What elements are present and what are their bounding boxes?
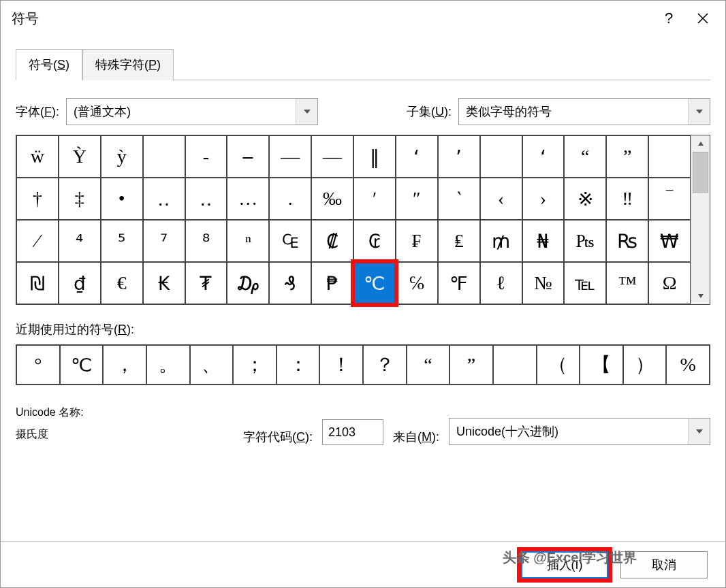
symbol-cell[interactable]: … <box>227 178 269 220</box>
symbol-cell[interactable]: “ <box>564 135 606 178</box>
symbol-cell[interactable]: ʼ <box>438 135 480 178</box>
symbol-cell[interactable]: ℡ <box>564 262 606 304</box>
symbol-cell[interactable]: ₢ <box>353 220 396 262</box>
symbol-cell[interactable]: ₫ <box>59 262 101 304</box>
scroll-track[interactable] <box>691 152 710 288</box>
subset-combo-button[interactable] <box>688 99 710 125</box>
symbol-cell[interactable]: ⁴ <box>59 220 101 262</box>
font-combo[interactable]: (普通文本) <box>66 98 318 125</box>
symbol-cell[interactable]: ‡ <box>59 178 101 220</box>
symbol-cell[interactable]: ‼ <box>606 178 648 220</box>
recent-symbol-cell[interactable]: ， <box>103 345 146 385</box>
symbol-cell[interactable]: ₩ <box>648 220 691 262</box>
from-combo-button[interactable] <box>688 419 710 444</box>
symbol-cell[interactable]: ‒ <box>227 135 269 178</box>
recent-symbol-cell[interactable]: ° <box>16 345 60 385</box>
recent-symbol-cell[interactable]: ℃ <box>60 345 104 385</box>
symbol-cell[interactable]: ‹ <box>480 178 522 220</box>
symbol-cell[interactable] <box>480 135 522 178</box>
insert-button[interactable]: 插入(I) <box>521 551 608 578</box>
close-button[interactable] <box>686 2 720 35</box>
symbol-cell[interactable]: ℃ <box>353 262 396 304</box>
symbol-cell[interactable]: ₰ <box>269 262 311 304</box>
symbol-cell[interactable]: ※ <box>564 178 606 220</box>
symbol-cell[interactable]: ₧ <box>564 220 606 262</box>
symbol-cell[interactable] <box>143 135 185 178</box>
symbol-cell[interactable]: ⁿ <box>227 220 269 262</box>
symbol-cell[interactable]: ₨ <box>606 220 648 262</box>
symbol-cell[interactable]: ‾ <box>648 178 691 220</box>
recent-symbol-cell[interactable]: ！ <box>319 345 363 385</box>
scroll-thumb[interactable] <box>693 152 708 193</box>
symbol-cell[interactable]: ″ <box>396 178 438 220</box>
symbol-cell[interactable]: ₪ <box>16 262 59 304</box>
symbol-cell[interactable]: • <box>101 178 143 220</box>
symbol-cell[interactable]: ʻ <box>396 135 438 178</box>
symbol-cell[interactable]: — <box>269 135 311 178</box>
symbol-cell[interactable]: ′ <box>353 178 396 220</box>
scroll-down-button[interactable] <box>691 288 710 304</box>
symbol-cell[interactable]: † <box>16 178 59 220</box>
grid-scrollbar[interactable] <box>691 135 710 304</box>
symbol-cell[interactable]: ẅ <box>16 135 59 178</box>
symbol-cell[interactable]: ‥ <box>143 178 185 220</box>
symbol-cell[interactable]: ₣ <box>396 220 438 262</box>
recent-symbol-cell[interactable]: ； <box>233 345 277 385</box>
symbol-cell[interactable]: ℉ <box>438 262 480 304</box>
symbol-cell[interactable]: ₠ <box>269 220 311 262</box>
cancel-button[interactable]: 取消 <box>620 551 708 578</box>
symbol-cell[interactable]: ℓ <box>480 262 522 304</box>
char-code-input[interactable] <box>322 419 383 445</box>
symbol-cell[interactable]: › <box>522 178 565 220</box>
recent-symbol-cell[interactable]: ” <box>449 345 493 385</box>
close-icon <box>697 12 709 24</box>
symbol-cell[interactable]: ₡ <box>311 220 353 262</box>
symbol-cell[interactable]: Ω <box>648 262 691 304</box>
symbol-cell[interactable]: ― <box>311 135 353 178</box>
symbol-cell[interactable]: ‖ <box>353 135 396 178</box>
symbol-cell[interactable]: - <box>185 135 227 178</box>
symbol-cell[interactable]: € <box>101 262 143 304</box>
subset-combo[interactable]: 类似字母的符号 <box>458 98 710 125</box>
from-combo[interactable]: Unicode(十六进制) <box>449 418 710 445</box>
symbol-cell[interactable]: ‰ <box>311 178 353 220</box>
symbol-cell[interactable]: № <box>522 262 565 304</box>
symbol-cell[interactable]: ₯ <box>227 262 269 304</box>
symbol-cell[interactable]: ₭ <box>143 262 185 304</box>
symbol-cell[interactable]: ₮ <box>185 262 227 304</box>
symbol-cell[interactable]: Ỳ <box>59 135 101 178</box>
recent-symbol-cell[interactable]: ？ <box>363 345 407 385</box>
symbol-cell[interactable]: ỳ <box>101 135 143 178</box>
symbol-cell[interactable]: ⁄ <box>16 220 59 262</box>
symbol-cell[interactable]: ʻ <box>522 135 565 178</box>
symbol-cell[interactable]: ₦ <box>522 220 565 262</box>
help-button[interactable]: ? <box>652 2 686 35</box>
symbol-cell[interactable]: ⁵ <box>101 220 143 262</box>
recent-symbol-cell[interactable]: 。 <box>146 345 190 385</box>
scroll-up-button[interactable] <box>691 135 710 152</box>
recent-symbol-cell[interactable]: ： <box>277 345 320 385</box>
recent-symbol-cell[interactable] <box>493 345 537 385</box>
symbol-cell[interactable]: ₤ <box>438 220 480 262</box>
recent-symbol-cell[interactable]: 、 <box>190 345 234 385</box>
recent-symbol-cell[interactable]: （ <box>537 345 580 385</box>
unicode-name-value: 摄氏度 <box>16 423 234 445</box>
symbol-cell[interactable] <box>648 135 691 178</box>
symbol-cell[interactable]: ‵ <box>438 178 480 220</box>
recent-symbol-cell[interactable]: % <box>666 345 710 385</box>
symbol-cell[interactable]: ₱ <box>311 262 353 304</box>
symbol-cell[interactable]: ⁷ <box>143 220 185 262</box>
recent-symbol-cell[interactable]: 【 <box>580 345 623 385</box>
symbol-cell[interactable]: ⁸ <box>185 220 227 262</box>
symbol-cell[interactable]: . <box>269 178 311 220</box>
symbol-cell[interactable]: ™ <box>606 262 648 304</box>
symbol-cell[interactable]: ‥ <box>185 178 227 220</box>
recent-symbol-cell[interactable]: ） <box>623 345 667 385</box>
symbol-cell[interactable]: ℅ <box>396 262 438 304</box>
symbol-cell[interactable]: ” <box>606 135 648 178</box>
tab-symbols[interactable]: 符号(S) <box>16 49 82 80</box>
symbol-cell[interactable]: ₥ <box>480 220 522 262</box>
tab-special-chars[interactable]: 特殊字符(P) <box>82 49 174 80</box>
font-combo-button[interactable] <box>296 99 317 125</box>
recent-symbol-cell[interactable]: “ <box>407 345 450 385</box>
